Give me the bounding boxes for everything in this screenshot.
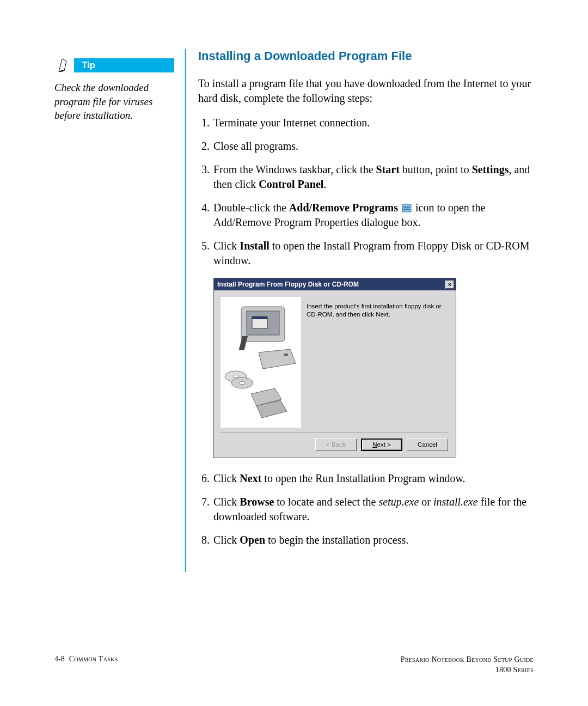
back-button: < Back: [315, 439, 357, 451]
svg-rect-8: [252, 317, 267, 319]
step-5: Click Install to open the Install Progra…: [212, 239, 534, 458]
sidebar: Tip Check the downloaded program file fo…: [54, 49, 185, 572]
dialog-separator: [220, 432, 449, 433]
step-4: Double-click the Add/Remove Programs ico…: [212, 200, 534, 230]
section-label: Common Tasks: [69, 655, 118, 664]
install-dialog-screenshot: Install Program From Floppy Disk or CD-R…: [213, 278, 456, 458]
svg-point-13: [240, 382, 245, 385]
step-6: Click Next to open the Run Installation …: [212, 471, 534, 486]
step-3: From the Windows taskbar, click the Star…: [212, 162, 534, 192]
step-7: Click Browse to locate and select the se…: [212, 495, 534, 524]
close-icon[interactable]: ×: [445, 281, 454, 289]
svg-point-11: [233, 375, 238, 378]
page-footer: 4-8 Common Tasks Presario Notebook Beyon…: [54, 655, 534, 675]
tip-label: Tip: [74, 58, 174, 72]
step-1: Terminate your Internet connection.: [212, 115, 534, 130]
dialog-title-text: Install Program From Floppy Disk or CD-R…: [217, 280, 359, 289]
steps-list: Terminate your Internet connection. Clos…: [198, 115, 534, 547]
tip-callout: Tip: [54, 57, 174, 74]
step-2: Close all programs.: [212, 139, 534, 154]
step-8: Click Open to begin the installation pro…: [212, 533, 534, 547]
dialog-wizard-image: [220, 297, 301, 428]
intro-paragraph: To install a program file that you have …: [198, 76, 534, 106]
guide-title-line1: Presario Notebook Beyond Setup Guide: [401, 655, 534, 665]
svg-rect-0: [402, 204, 411, 212]
tip-icon: [54, 57, 72, 74]
svg-rect-2: [403, 209, 410, 210]
svg-rect-9: [284, 354, 288, 356]
tip-text: Check the downloaded program file for vi…: [54, 81, 174, 123]
dialog-body-text: Insert the product's first installation …: [307, 297, 449, 428]
section-title: Installing a Downloaded Program File: [198, 49, 534, 63]
guide-title-line2: 1800 Series: [401, 665, 534, 675]
main-content: Installing a Downloaded Program File To …: [186, 49, 534, 572]
cancel-button[interactable]: Cancel: [407, 439, 448, 451]
dialog-titlebar: Install Program From Floppy Disk or CD-R…: [214, 278, 456, 290]
svg-rect-1: [403, 206, 410, 208]
next-button[interactable]: Next >: [361, 439, 402, 451]
add-remove-programs-icon: [402, 202, 412, 210]
page-number: 4-8: [54, 655, 65, 664]
